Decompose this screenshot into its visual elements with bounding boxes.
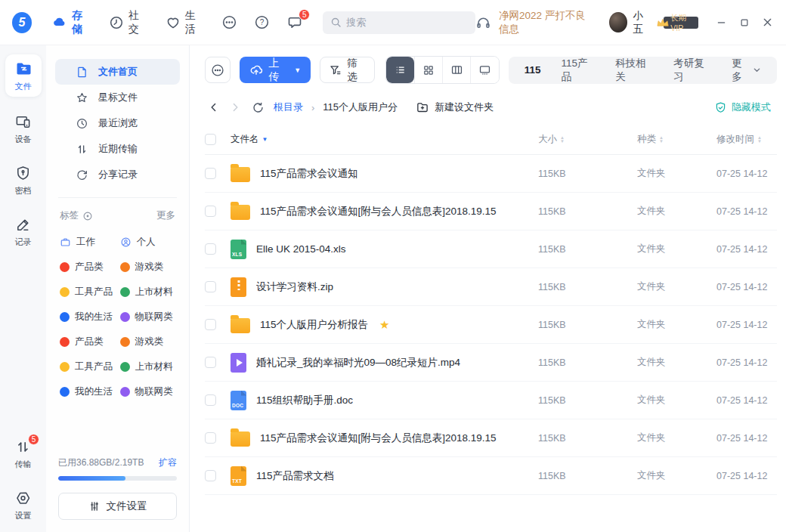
top-nav-social[interactable]: 社交: [109, 9, 146, 36]
file-name[interactable]: 115产品需求会议通知[附与会人员信息表]2018.19.15: [260, 431, 497, 445]
sort-icons[interactable]: ▲▼: [757, 136, 762, 144]
select-all-checkbox[interactable]: [205, 134, 216, 145]
tags-more-link[interactable]: 更多: [156, 209, 175, 222]
breadcrumb-root[interactable]: 根目录: [274, 101, 303, 114]
list-view-button[interactable]: [386, 57, 414, 83]
tag-item-personal[interactable]: 个人: [120, 230, 181, 255]
tag-item[interactable]: 我的生活: [60, 379, 120, 404]
table-row[interactable]: 115个人版用户分析报告 ★ 115KB 文件夹 07-25 14-12: [205, 306, 777, 344]
file-name[interactable]: 115产品需求会议通知[附与会人员信息表]2018.19.15: [260, 205, 497, 218]
tab-115产品[interactable]: 115产品: [561, 57, 595, 84]
table-row[interactable]: 婚礼记录_我的幸福时光09—08纪录短片.mp4 ★ 115KB 文件夹 07-…: [205, 344, 777, 382]
file-name[interactable]: 设计学习资料.zip: [256, 280, 333, 294]
search-box[interactable]: [323, 11, 475, 34]
sidebar-item-shares[interactable]: 分享记录: [55, 162, 180, 187]
tab-115[interactable]: 115: [525, 64, 541, 76]
file-name[interactable]: 115个人版用户分析报告: [260, 318, 368, 332]
tag-item[interactable]: 物联网类: [120, 305, 181, 329]
column-header-name[interactable]: 文件名: [231, 133, 259, 146]
sort-icons[interactable]: ▲▼: [560, 136, 565, 144]
column-header-kind[interactable]: 种类: [637, 133, 656, 146]
more-actions-button[interactable]: [205, 57, 231, 83]
grid-view-button[interactable]: [414, 57, 442, 83]
top-nav-storage[interactable]: 存储: [51, 9, 89, 36]
tag-item[interactable]: 工具产品: [60, 354, 120, 379]
hidden-mode-toggle[interactable]: 隐藏模式: [714, 101, 771, 114]
file-name[interactable]: 115产品需求文档: [256, 469, 334, 483]
tab-更多[interactable]: 更多: [732, 57, 761, 84]
rail-item-files[interactable]: 文件: [5, 54, 42, 97]
rail-item-settings[interactable]: 设置: [14, 490, 32, 521]
table-row[interactable]: 设计学习资料.zip ★ 115KB 文件夹 07-25 14-12: [205, 268, 777, 306]
file-settings-button[interactable]: 文件设置: [58, 493, 177, 520]
tab-考研复习[interactable]: 考研复习: [673, 57, 711, 84]
table-row[interactable]: XLS Elle UK 2015-04.xls ★ 115KB 文件夹 07-2…: [205, 230, 777, 268]
top-nav-life[interactable]: 生活: [166, 9, 203, 36]
row-checkbox[interactable]: [205, 319, 216, 330]
transfer-icon: 5: [14, 438, 32, 456]
help-icon[interactable]: ?: [254, 14, 270, 30]
row-checkbox[interactable]: [205, 470, 216, 481]
maximize-button[interactable]: [740, 18, 749, 27]
filter-button[interactable]: 筛选: [320, 57, 375, 83]
sidebar-item-recent[interactable]: 最近浏览: [55, 110, 180, 136]
tag-item-work[interactable]: 工作: [60, 230, 120, 255]
row-checkbox[interactable]: [205, 206, 216, 217]
table-row[interactable]: 115产品需求会议通知[附与会人员信息表]2018.19.15 ★ 115KB …: [205, 419, 777, 457]
rail-item-transfer[interactable]: 5 传输: [14, 438, 32, 470]
tag-visibility-icon[interactable]: [82, 211, 93, 221]
sidebar-item-transfers[interactable]: 近期传输: [55, 136, 180, 162]
row-checkbox[interactable]: [205, 243, 216, 255]
sidebar-item-home[interactable]: 文件首页: [55, 59, 180, 85]
tag-item[interactable]: 我的生活: [60, 305, 120, 329]
app-logo[interactable]: 5: [12, 12, 32, 33]
expand-storage-link[interactable]: 扩容: [159, 456, 177, 469]
sort-icons[interactable]: ▲▼: [659, 136, 664, 144]
minimize-button[interactable]: [716, 17, 726, 27]
table-row[interactable]: TXT 115产品需求文档 ★ 115KB 文件夹 07-25 14-12: [205, 457, 777, 495]
search-input[interactable]: [346, 17, 460, 28]
column-header-size[interactable]: 大小: [538, 133, 557, 146]
tag-item[interactable]: 工具产品: [60, 280, 120, 305]
table-row[interactable]: 115产品需求会议通知 ★ 115KB 文件夹 07-25 14-12: [205, 155, 777, 193]
messages-icon[interactable]: 5: [286, 14, 303, 31]
row-checkbox[interactable]: [205, 394, 216, 406]
preview-view-button[interactable]: [470, 57, 498, 83]
rail-item-devices[interactable]: 设备: [14, 113, 32, 145]
headphones-icon[interactable]: [475, 14, 491, 30]
tag-item[interactable]: 产品类: [60, 329, 120, 354]
file-name[interactable]: Elle UK 2015-04.xls: [256, 243, 346, 255]
forward-button[interactable]: [226, 101, 244, 113]
row-checkbox[interactable]: [205, 432, 216, 444]
rail-item-vault[interactable]: 密档: [14, 165, 32, 196]
tab-label: 更多: [732, 57, 750, 84]
column-header-time[interactable]: 修改时间: [716, 133, 754, 146]
tag-item[interactable]: 物联网类: [120, 379, 181, 404]
new-folder-button[interactable]: 新建设文件夹: [416, 101, 494, 114]
user-chip[interactable]: 小五 长期VIP: [609, 9, 698, 36]
tag-item[interactable]: 游戏类: [120, 255, 181, 280]
tag-item[interactable]: 上市材料: [120, 354, 181, 379]
tab-科技相关[interactable]: 科技相关: [615, 57, 653, 84]
table-row[interactable]: DOC 115组织帮助手册.doc ★ 115KB 文件夹 07-25 14-1…: [205, 382, 777, 419]
file-name[interactable]: 115组织帮助手册.doc: [256, 394, 353, 407]
vip-chip[interactable]: 长期VIP: [656, 17, 698, 29]
refresh-icon[interactable]: [252, 101, 265, 114]
more-apps-icon[interactable]: [221, 14, 237, 30]
rail-item-notes[interactable]: 记录: [14, 216, 32, 248]
tag-item[interactable]: 上市材料: [120, 280, 181, 305]
close-button[interactable]: [763, 17, 772, 27]
table-row[interactable]: 115产品需求会议通知[附与会人员信息表]2018.19.15 ★ 115KB …: [205, 193, 777, 230]
avatar[interactable]: [609, 12, 627, 32]
back-button[interactable]: [205, 101, 223, 113]
sidebar-item-starred[interactable]: 星标文件: [55, 85, 180, 110]
columns-view-button[interactable]: [442, 57, 470, 83]
file-name[interactable]: 婚礼记录_我的幸福时光09—08纪录短片.mp4: [256, 356, 460, 370]
row-checkbox[interactable]: [205, 281, 216, 292]
tag-item[interactable]: 游戏类: [120, 329, 181, 354]
row-checkbox[interactable]: [205, 168, 216, 179]
file-name[interactable]: 115产品需求会议通知: [260, 167, 358, 181]
upload-button[interactable]: 上传 ▼: [240, 57, 311, 83]
row-checkbox[interactable]: [205, 357, 216, 368]
tag-item[interactable]: 产品类: [60, 255, 120, 280]
